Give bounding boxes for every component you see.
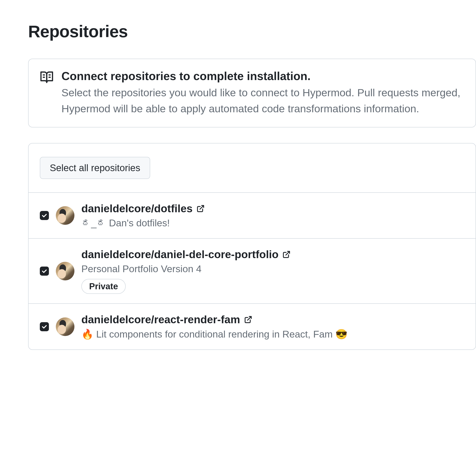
svg-line-5: [286, 251, 289, 255]
info-description: Select the repositories you would like t…: [61, 85, 464, 117]
repo-description: 🔥 Lit components for conditional renderi…: [81, 328, 464, 340]
external-link-icon[interactable]: [196, 204, 205, 213]
svg-line-4: [200, 205, 204, 209]
book-open-icon: [40, 70, 54, 84]
info-card: Connect repositories to complete install…: [28, 59, 476, 127]
svg-line-6: [247, 317, 251, 320]
repo-name[interactable]: danieldelcore/dotfiles: [81, 202, 193, 215]
repo-item: danieldelcore/react-render-fam 🔥 Lit com…: [29, 303, 476, 349]
avatar: [56, 206, 74, 225]
repo-item: danieldelcore/dotfiles ಠ_ಠ Dan's dotfile…: [29, 192, 476, 238]
repo-checkbox[interactable]: [40, 322, 49, 331]
select-all-button[interactable]: Select all repositories: [40, 157, 150, 179]
avatar: [56, 262, 74, 280]
repo-description: ಠ_ಠ Dan's dotfiles!: [81, 218, 464, 229]
repo-checkbox[interactable]: [40, 267, 49, 276]
repo-description: Personal Portfolio Version 4: [81, 263, 464, 274]
repo-list: Select all repositories danieldelcore/do…: [28, 143, 476, 350]
external-link-icon[interactable]: [282, 250, 290, 258]
external-link-icon[interactable]: [244, 315, 252, 324]
info-title: Connect repositories to complete install…: [61, 69, 464, 83]
repo-name[interactable]: danieldelcore/react-render-fam: [81, 313, 240, 326]
repo-checkbox[interactable]: [40, 211, 49, 220]
page-title: Repositories: [28, 22, 476, 41]
repo-name[interactable]: danieldelcore/daniel-del-core-portfolio: [81, 248, 278, 261]
private-badge: Private: [81, 279, 126, 294]
avatar: [56, 317, 74, 336]
repo-item: danieldelcore/daniel-del-core-portfolio …: [29, 238, 476, 303]
